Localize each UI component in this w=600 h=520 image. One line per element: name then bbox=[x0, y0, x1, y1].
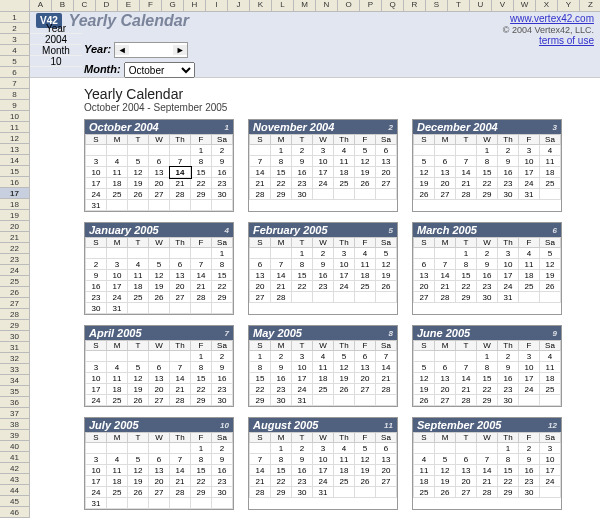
day-cell[interactable]: 31 bbox=[498, 292, 519, 303]
col-W[interactable]: W bbox=[514, 0, 536, 12]
day-cell[interactable]: 29 bbox=[271, 189, 292, 200]
day-cell[interactable]: 6 bbox=[435, 362, 456, 373]
day-cell[interactable]: 27 bbox=[414, 292, 435, 303]
day-cell[interactable]: 22 bbox=[477, 178, 498, 189]
day-cell[interactable]: 5 bbox=[355, 145, 376, 156]
day-cell[interactable]: 25 bbox=[128, 292, 149, 303]
day-cell[interactable]: 14 bbox=[250, 465, 271, 476]
day-cell[interactable]: 21 bbox=[271, 281, 292, 292]
day-cell[interactable]: 29 bbox=[477, 189, 498, 200]
day-cell[interactable]: 15 bbox=[477, 167, 498, 178]
day-cell[interactable]: 10 bbox=[540, 454, 561, 465]
day-cell[interactable]: 13 bbox=[376, 156, 397, 167]
day-cell[interactable]: 24 bbox=[86, 395, 107, 406]
row-27[interactable]: 27 bbox=[0, 298, 30, 309]
day-cell[interactable]: 29 bbox=[456, 292, 477, 303]
day-cell[interactable]: 26 bbox=[128, 487, 149, 498]
day-cell[interactable]: 28 bbox=[170, 395, 191, 406]
day-cell[interactable]: 28 bbox=[477, 487, 498, 498]
row-43[interactable]: 43 bbox=[0, 474, 30, 485]
day-cell[interactable]: 30 bbox=[86, 303, 107, 314]
day-cell[interactable]: 16 bbox=[477, 270, 498, 281]
day-cell[interactable]: 16 bbox=[292, 465, 313, 476]
day-cell[interactable]: 9 bbox=[292, 156, 313, 167]
day-cell[interactable]: 2 bbox=[477, 248, 498, 259]
day-cell[interactable]: 6 bbox=[435, 156, 456, 167]
day-cell[interactable]: 21 bbox=[191, 281, 212, 292]
day-cell[interactable]: 21 bbox=[170, 178, 191, 189]
day-cell[interactable]: 19 bbox=[414, 178, 435, 189]
col-T[interactable]: T bbox=[448, 0, 470, 12]
col-G[interactable]: G bbox=[162, 0, 184, 12]
col-O[interactable]: O bbox=[338, 0, 360, 12]
day-cell[interactable]: 20 bbox=[149, 178, 170, 189]
day-cell[interactable]: 23 bbox=[313, 281, 334, 292]
day-cell[interactable]: 26 bbox=[376, 281, 397, 292]
day-cell[interactable]: 24 bbox=[540, 476, 561, 487]
day-cell[interactable]: 4 bbox=[540, 145, 561, 156]
day-cell[interactable]: 30 bbox=[292, 189, 313, 200]
day-cell[interactable]: 21 bbox=[477, 476, 498, 487]
col-V[interactable]: V bbox=[492, 0, 514, 12]
day-cell[interactable]: 3 bbox=[86, 454, 107, 465]
day-cell[interactable]: 21 bbox=[456, 384, 477, 395]
day-cell[interactable]: 12 bbox=[128, 465, 149, 476]
day-cell[interactable]: 25 bbox=[414, 487, 435, 498]
day-cell[interactable]: 22 bbox=[456, 281, 477, 292]
select-all-corner[interactable] bbox=[0, 0, 30, 12]
day-cell[interactable]: 10 bbox=[107, 270, 128, 281]
day-cell[interactable]: 23 bbox=[212, 178, 233, 189]
day-cell[interactable]: 29 bbox=[250, 395, 271, 406]
day-cell[interactable]: 14 bbox=[170, 167, 191, 178]
day-cell[interactable]: 6 bbox=[170, 259, 191, 270]
day-cell[interactable]: 25 bbox=[107, 189, 128, 200]
day-cell[interactable]: 18 bbox=[334, 167, 355, 178]
day-cell[interactable]: 28 bbox=[170, 487, 191, 498]
day-cell[interactable]: 19 bbox=[376, 270, 397, 281]
day-cell[interactable]: 29 bbox=[191, 395, 212, 406]
day-cell[interactable]: 5 bbox=[128, 156, 149, 167]
day-cell[interactable]: 22 bbox=[477, 384, 498, 395]
day-cell[interactable]: 27 bbox=[149, 395, 170, 406]
day-cell[interactable]: 19 bbox=[334, 373, 355, 384]
day-cell[interactable]: 17 bbox=[313, 167, 334, 178]
day-cell[interactable]: 11 bbox=[334, 454, 355, 465]
day-cell[interactable]: 20 bbox=[355, 373, 376, 384]
day-cell[interactable]: 7 bbox=[271, 259, 292, 270]
row-2[interactable]: 2 bbox=[0, 23, 30, 34]
day-cell[interactable]: 27 bbox=[149, 487, 170, 498]
col-Y[interactable]: Y bbox=[558, 0, 580, 12]
day-cell[interactable]: 6 bbox=[250, 259, 271, 270]
col-D[interactable]: D bbox=[96, 0, 118, 12]
day-cell[interactable]: 7 bbox=[477, 454, 498, 465]
day-cell[interactable]: 25 bbox=[334, 178, 355, 189]
row-26[interactable]: 26 bbox=[0, 287, 30, 298]
day-cell[interactable]: 29 bbox=[191, 189, 212, 200]
day-cell[interactable]: 4 bbox=[107, 156, 128, 167]
day-cell[interactable]: 14 bbox=[376, 362, 397, 373]
day-cell[interactable]: 2 bbox=[86, 259, 107, 270]
day-cell[interactable]: 8 bbox=[191, 454, 212, 465]
day-cell[interactable]: 5 bbox=[435, 454, 456, 465]
day-cell[interactable]: 19 bbox=[540, 270, 561, 281]
day-cell[interactable]: 13 bbox=[355, 362, 376, 373]
day-cell[interactable]: 3 bbox=[86, 156, 107, 167]
day-cell[interactable]: 12 bbox=[334, 362, 355, 373]
day-cell[interactable]: 11 bbox=[107, 373, 128, 384]
day-cell[interactable]: 1 bbox=[250, 351, 271, 362]
row-5[interactable]: 5 bbox=[0, 56, 30, 67]
day-cell[interactable]: 5 bbox=[128, 454, 149, 465]
day-cell[interactable]: 9 bbox=[212, 362, 233, 373]
day-cell[interactable]: 18 bbox=[414, 476, 435, 487]
row-42[interactable]: 42 bbox=[0, 463, 30, 474]
day-cell[interactable]: 1 bbox=[477, 351, 498, 362]
day-cell[interactable]: 14 bbox=[435, 270, 456, 281]
day-cell[interactable]: 27 bbox=[355, 384, 376, 395]
day-cell[interactable]: 15 bbox=[292, 270, 313, 281]
day-cell[interactable]: 30 bbox=[271, 395, 292, 406]
day-cell[interactable]: 2 bbox=[212, 145, 233, 156]
col-I[interactable]: I bbox=[206, 0, 228, 12]
day-cell[interactable]: 14 bbox=[250, 167, 271, 178]
col-U[interactable]: U bbox=[470, 0, 492, 12]
day-cell[interactable]: 17 bbox=[313, 465, 334, 476]
